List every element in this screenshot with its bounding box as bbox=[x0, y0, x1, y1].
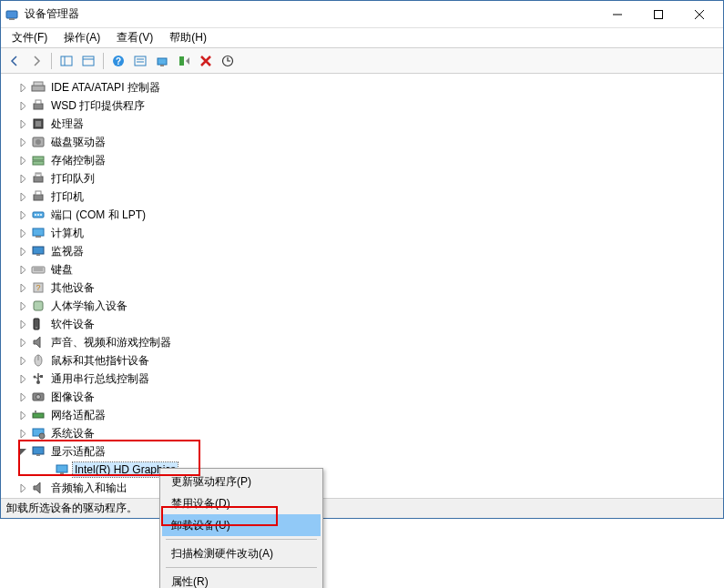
tree-row[interactable]: 声音、视频和游戏控制器 bbox=[4, 333, 720, 351]
expand-icon[interactable] bbox=[16, 320, 29, 329]
tree-item-label: IDE ATA/ATAPI 控制器 bbox=[49, 79, 162, 96]
toolbar-separator bbox=[103, 53, 104, 69]
expand-icon[interactable] bbox=[16, 484, 29, 492]
expand-icon[interactable] bbox=[16, 339, 29, 347]
tree-row[interactable]: 打印队列 bbox=[4, 169, 720, 188]
expand-icon[interactable] bbox=[16, 120, 29, 128]
tree-item-label: 系统设备 bbox=[49, 425, 97, 442]
tree-item-label: 磁盘驱动器 bbox=[49, 134, 107, 151]
menu-file[interactable]: 文件(F) bbox=[5, 28, 55, 47]
system-icon bbox=[31, 426, 46, 441]
maximize-button[interactable] bbox=[637, 1, 678, 27]
tree-row-intel-hd-graphics[interactable]: Intel(R) HD Graphics bbox=[4, 461, 720, 479]
expand-icon[interactable] bbox=[16, 229, 29, 238]
content-area: IDE ATA/ATAPI 控制器WSD 打印提供程序处理器磁盘驱动器存储控制器… bbox=[1, 74, 723, 498]
tree-container: IDE ATA/ATAPI 控制器WSD 打印提供程序处理器磁盘驱动器存储控制器… bbox=[3, 76, 721, 496]
svg-text:?: ? bbox=[116, 56, 121, 66]
expand-icon[interactable] bbox=[16, 175, 29, 183]
tree-item-label: 人体学输入设备 bbox=[49, 298, 129, 315]
ctx-disable-device[interactable]: 禁用设备(D) bbox=[162, 492, 321, 514]
close-button[interactable] bbox=[678, 1, 719, 27]
menu-action[interactable]: 操作(A) bbox=[56, 28, 107, 47]
expand-icon[interactable] bbox=[16, 430, 29, 438]
network-icon bbox=[31, 408, 46, 422]
tree-item-label: 显示适配器 bbox=[49, 443, 107, 461]
action-button[interactable] bbox=[130, 51, 150, 71]
tree-row[interactable]: 监视器 bbox=[4, 242, 720, 260]
audio-icon bbox=[31, 335, 46, 350]
expand-icon[interactable] bbox=[16, 375, 29, 383]
tree-row-display-adapters[interactable]: 显示适配器 bbox=[4, 442, 720, 461]
tree-row[interactable]: 人体学输入设备 bbox=[4, 297, 720, 315]
expand-icon[interactable] bbox=[16, 302, 29, 310]
tree-row[interactable]: WSD 打印提供程序 bbox=[4, 96, 720, 115]
ctx-uninstall-device[interactable]: 卸载设备(U) bbox=[162, 514, 321, 536]
tree-item-label: 处理器 bbox=[49, 116, 86, 133]
expand-icon[interactable] bbox=[16, 284, 29, 292]
monitor-icon bbox=[31, 244, 46, 259]
expand-icon[interactable] bbox=[16, 138, 29, 147]
menu-help[interactable]: 帮助(H) bbox=[162, 28, 214, 47]
expand-icon[interactable] bbox=[16, 102, 29, 110]
expand-icon[interactable] bbox=[16, 211, 29, 219]
svg-rect-17 bbox=[179, 56, 184, 66]
tree-item-label: 声音、视频和游戏控制器 bbox=[49, 334, 173, 351]
tree-row[interactable]: 存储控制器 bbox=[4, 151, 720, 169]
menu-view[interactable]: 查看(V) bbox=[109, 28, 160, 47]
collapse-icon[interactable] bbox=[16, 448, 29, 456]
tree-row[interactable]: 网络适配器 bbox=[4, 406, 720, 424]
forward-button[interactable] bbox=[26, 51, 46, 71]
disk-icon bbox=[31, 135, 46, 149]
tree-row[interactable]: 处理器 bbox=[4, 115, 720, 133]
svg-rect-40 bbox=[33, 247, 44, 254]
expand-icon[interactable] bbox=[16, 84, 29, 92]
tree-item-label: 端口 (COM 和 LPT) bbox=[49, 207, 148, 224]
tree-row[interactable]: ?其他设备 bbox=[4, 279, 720, 297]
svg-rect-41 bbox=[36, 254, 40, 256]
help-button[interactable]: ? bbox=[108, 51, 128, 71]
device-tree[interactable]: IDE ATA/ATAPI 控制器WSD 打印提供程序处理器磁盘驱动器存储控制器… bbox=[4, 76, 720, 495]
expand-icon[interactable] bbox=[16, 157, 29, 165]
toolbar: ? bbox=[1, 48, 723, 74]
tree-row[interactable]: 打印机 bbox=[4, 188, 720, 206]
tree-row[interactable]: 图像设备 bbox=[4, 388, 720, 406]
tree-row[interactable]: 磁盘驱动器 bbox=[4, 133, 720, 151]
svg-rect-3 bbox=[654, 10, 662, 18]
tree-row[interactable]: 端口 (COM 和 LPT) bbox=[4, 206, 720, 224]
tree-row[interactable]: 鼠标和其他指针设备 bbox=[4, 351, 720, 370]
properties-button[interactable] bbox=[78, 51, 98, 71]
tree-row[interactable]: 系统设备 bbox=[4, 424, 720, 442]
cpu-icon bbox=[31, 117, 46, 131]
minimize-button[interactable] bbox=[597, 1, 637, 27]
ctx-scan-hardware[interactable]: 扫描检测硬件改动(A) bbox=[162, 542, 321, 564]
update-driver-button[interactable] bbox=[152, 51, 172, 71]
usb-icon bbox=[31, 371, 46, 386]
expand-icon[interactable] bbox=[16, 266, 29, 274]
expand-icon[interactable] bbox=[16, 357, 29, 365]
ctx-separator bbox=[166, 539, 317, 540]
tree-row[interactable]: 计算机 bbox=[4, 224, 720, 242]
expand-icon[interactable] bbox=[16, 248, 29, 256]
toolbar-separator bbox=[51, 53, 52, 69]
disable-button[interactable] bbox=[174, 51, 194, 71]
tree-row[interactable]: 通用串行总线控制器 bbox=[4, 370, 720, 388]
tree-item-label: 音频输入和输出 bbox=[49, 480, 129, 496]
expand-icon[interactable] bbox=[16, 411, 29, 420]
svg-rect-16 bbox=[160, 65, 164, 66]
uninstall-button[interactable] bbox=[196, 51, 216, 71]
tree-row-audio-io[interactable]: 音频输入和输出 bbox=[4, 479, 720, 495]
expand-icon[interactable] bbox=[16, 193, 29, 201]
expand-icon[interactable] bbox=[16, 393, 29, 401]
tree-row[interactable]: 键盘 bbox=[4, 260, 720, 279]
tree-item-label: 其他设备 bbox=[49, 279, 97, 297]
show-hide-tree-button[interactable] bbox=[56, 51, 76, 71]
tree-item-label: 监视器 bbox=[49, 243, 86, 260]
tree-row[interactable]: 软件设备 bbox=[4, 315, 720, 333]
back-button[interactable] bbox=[5, 51, 25, 71]
scan-hardware-button[interactable] bbox=[218, 51, 238, 71]
tree-item-label: 键盘 bbox=[49, 261, 75, 279]
ctx-update-driver[interactable]: 更新驱动程序(P) bbox=[162, 471, 321, 492]
tree-item-label: 鼠标和其他指针设备 bbox=[49, 352, 151, 370]
ctx-properties[interactable]: 属性(R) bbox=[162, 571, 321, 588]
tree-row[interactable]: IDE ATA/ATAPI 控制器 bbox=[4, 78, 720, 96]
